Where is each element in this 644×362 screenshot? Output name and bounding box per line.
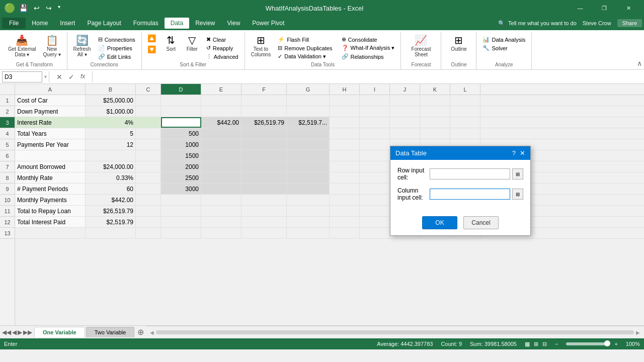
dialog-footer: OK Cancel [390, 212, 530, 235]
dialog-body: Row input cell: ⊞ Column input cell: ⊞ [390, 160, 530, 212]
dialog-overlay: Data Table ? ✕ Row input cell: ⊞ Column … [0, 0, 644, 362]
dialog-cancel-button[interactable]: Cancel [463, 216, 499, 229]
row-input-label: Row input cell: [397, 167, 426, 181]
dialog-close-button[interactable]: ✕ [520, 149, 525, 157]
data-table-dialog: Data Table ? ✕ Row input cell: ⊞ Column … [390, 146, 531, 236]
dialog-title-bar: Data Table ? ✕ [390, 146, 530, 160]
row-input-row: Row input cell: ⊞ [397, 167, 523, 181]
col-input-row: Column input cell: ⊞ [397, 187, 523, 201]
dialog-help-button[interactable]: ? [512, 149, 516, 157]
dialog-ok-button[interactable]: OK [422, 216, 457, 229]
col-input-label: Column input cell: [397, 187, 426, 201]
col-input-ref-button[interactable]: ⊞ [512, 189, 523, 200]
dialog-title: Data Table [395, 149, 427, 157]
col-input-field[interactable] [430, 189, 510, 200]
row-input-field[interactable] [430, 168, 510, 179]
row-input-ref-button[interactable]: ⊞ [512, 168, 523, 179]
